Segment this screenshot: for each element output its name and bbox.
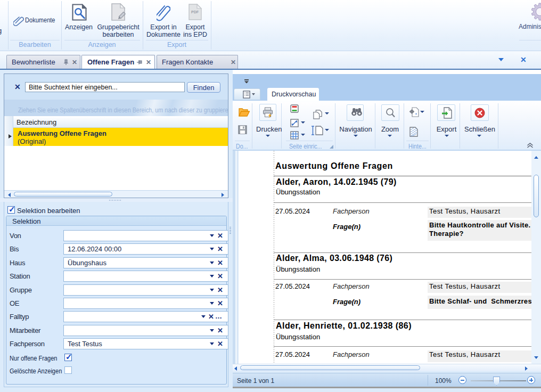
svg-text:PDF: PDF (191, 10, 199, 14)
